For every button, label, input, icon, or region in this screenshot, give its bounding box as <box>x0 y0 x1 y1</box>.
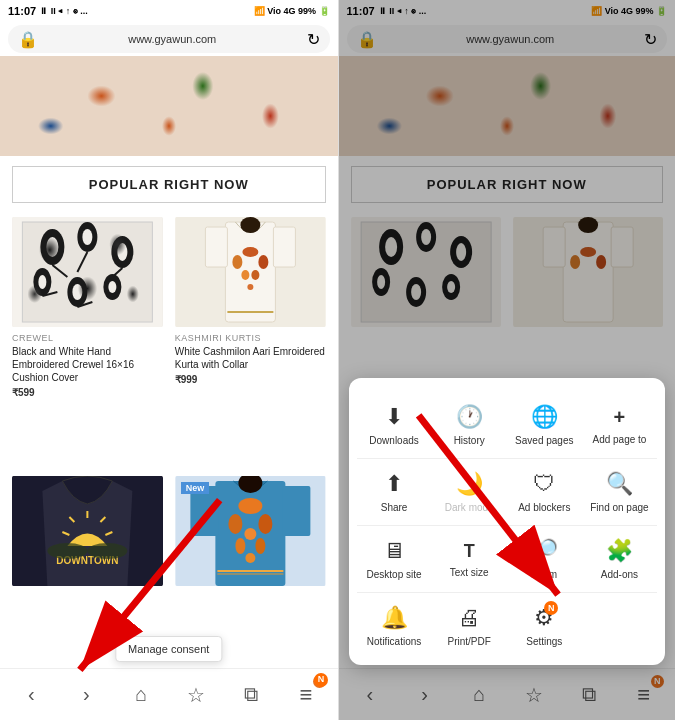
svg-line-14 <box>52 265 67 277</box>
svg-point-8 <box>33 268 51 296</box>
hero-image-left <box>0 56 338 156</box>
svg-point-48 <box>235 538 245 554</box>
svg-line-15 <box>77 252 87 272</box>
svg-point-3 <box>46 237 58 257</box>
menu-item-downloads[interactable]: ⬇ Downloads <box>357 394 432 456</box>
manage-consent-banner[interactable]: Manage consent <box>115 636 222 662</box>
settings-label: Settings <box>526 636 562 647</box>
nav-bookmarks-left[interactable]: ☆ <box>176 677 216 713</box>
history-label: History <box>454 435 485 446</box>
product-image-orange-kurta: New <box>175 476 326 586</box>
menu-divider-2 <box>357 525 658 526</box>
settings-badge: N <box>544 601 558 615</box>
svg-point-4 <box>77 222 97 252</box>
menu-item-ad-blockers[interactable]: 🛡 Ad blockers <box>507 461 582 523</box>
menu-divider-1 <box>357 458 658 459</box>
hero-pattern-left <box>0 56 338 156</box>
menu-item-saved-pages[interactable]: 🌐 Saved pages <box>507 394 582 456</box>
menu-item-share[interactable]: ⬆ Share <box>357 461 432 523</box>
product-category-kurta: KASHMIRI KURTIS <box>175 333 326 343</box>
product-item-cushion[interactable]: CREWEL Black and White Hand Embroidered … <box>6 211 169 470</box>
svg-point-45 <box>228 514 242 534</box>
find-on-page-label: Find on page <box>590 502 648 513</box>
svg-point-23 <box>258 255 268 269</box>
product-grid-left: CREWEL Black and White Hand Embroidered … <box>0 211 338 668</box>
menu-item-history[interactable]: 🕐 History <box>432 394 507 456</box>
product-image-kurta <box>175 217 326 327</box>
kurta-svg <box>175 217 326 327</box>
menu-item-dark-mode[interactable]: 🌙 Dark mode <box>432 461 507 523</box>
svg-point-12 <box>103 274 121 300</box>
text-size-label: Text size <box>450 567 489 578</box>
cushion-svg <box>12 217 163 327</box>
svg-point-46 <box>258 514 272 534</box>
menu-item-settings[interactable]: ⚙ N Settings <box>507 595 582 657</box>
svg-point-22 <box>232 255 242 269</box>
nav-back-left[interactable]: ‹ <box>11 677 51 713</box>
new-badge: New <box>181 482 210 494</box>
svg-rect-20 <box>225 222 275 322</box>
svg-rect-0 <box>12 217 162 327</box>
desktop-site-label: Desktop site <box>367 569 422 580</box>
menu-item-print-pdf[interactable]: 🖨 Print/PDF <box>432 595 507 657</box>
right-panel: 11:07 ⏸ II ◀ ↑ ⊛ ... 📶 Vio 4G 99% 🔋 🔒 ww… <box>338 0 676 720</box>
downloads-icon: ⬇ <box>385 404 403 430</box>
add-page-label: Add page to <box>592 434 646 445</box>
ad-blockers-icon: 🛡 <box>533 471 555 497</box>
address-bar-left[interactable]: 🔒 www.gyawun.com ↻ <box>8 25 330 53</box>
find-on-page-icon: 🔍 <box>606 471 633 497</box>
downloads-label: Downloads <box>369 435 418 446</box>
section-header-left: POPULAR RIGHT NOW <box>12 166 326 203</box>
saved-pages-icon: 🌐 <box>531 404 558 430</box>
add-ons-icon: 🧩 <box>606 538 633 564</box>
svg-point-39 <box>87 543 127 559</box>
svg-point-10 <box>67 277 87 307</box>
menu-row-4: 🔔 Notifications 🖨 Print/PDF ⚙ N Settings <box>357 595 658 657</box>
nav-menu-left[interactable]: ≡ N <box>286 677 326 713</box>
nav-forward-left[interactable]: › <box>66 677 106 713</box>
menu-item-desktop-site[interactable]: 🖥 Desktop site <box>357 528 432 590</box>
add-ons-label: Add-ons <box>601 569 638 580</box>
status-icons-left: ⏸ II ◀ ↑ ⊛ ... <box>39 6 88 16</box>
svg-point-30 <box>240 217 260 233</box>
left-panel: 11:07 ⏸ II ◀ ↑ ⊛ ... 📶 Vio 4G 99% 🔋 🔒 ww… <box>0 0 338 720</box>
time-left: 11:07 <box>8 5 36 17</box>
zoom-icon: 🔎 <box>531 538 558 564</box>
menu-item-add-page[interactable]: + Add page to <box>582 394 657 456</box>
svg-point-9 <box>38 275 46 289</box>
svg-point-44 <box>238 498 262 514</box>
notifications-icon: 🔔 <box>381 605 408 631</box>
notifications-label: Notifications <box>367 636 421 647</box>
menu-item-empty <box>582 595 657 657</box>
product-price-cushion: ₹599 <box>12 387 163 398</box>
menu-item-find-on-page[interactable]: 🔍 Find on page <box>582 461 657 523</box>
svg-rect-1 <box>22 222 152 322</box>
product-item-kurta[interactable]: KASHMIRI KURTIS White Cashmilon Aari Emr… <box>169 211 332 470</box>
menu-item-add-ons[interactable]: 🧩 Add-ons <box>582 528 657 590</box>
history-icon: 🕐 <box>456 404 483 430</box>
add-page-icon: + <box>614 406 626 429</box>
nav-tabs-left[interactable]: ⧉ <box>231 677 271 713</box>
svg-point-13 <box>108 281 116 293</box>
svg-line-16 <box>112 268 122 277</box>
menu-item-zoom[interactable]: 🔎 Zoom <box>507 528 582 590</box>
svg-point-25 <box>251 270 259 280</box>
nav-home-left[interactable]: ⌂ <box>121 677 161 713</box>
menu-item-notifications[interactable]: 🔔 Notifications <box>357 595 432 657</box>
saved-pages-label: Saved pages <box>515 435 573 446</box>
desktop-site-icon: 🖥 <box>383 538 405 564</box>
svg-point-6 <box>111 236 133 268</box>
svg-point-24 <box>241 270 249 280</box>
dark-mode-icon: 🌙 <box>456 471 483 497</box>
refresh-icon-left[interactable]: ↻ <box>307 30 320 49</box>
menu-row-3: 🖥 Desktop site T Text size 🔎 Zoom 🧩 Add-… <box>357 528 658 590</box>
menu-item-text-size[interactable]: T Text size <box>432 528 507 590</box>
svg-point-21 <box>242 247 258 257</box>
svg-rect-28 <box>205 227 227 267</box>
share-label: Share <box>381 502 408 513</box>
sim-left: 📶 Vio 4G 99% 🔋 <box>254 6 330 16</box>
menu-row-1: ⬇ Downloads 🕐 History 🌐 Saved pages + Ad… <box>357 394 658 456</box>
svg-point-7 <box>117 243 127 261</box>
svg-rect-43 <box>282 486 310 536</box>
zoom-label: Zoom <box>532 569 558 580</box>
